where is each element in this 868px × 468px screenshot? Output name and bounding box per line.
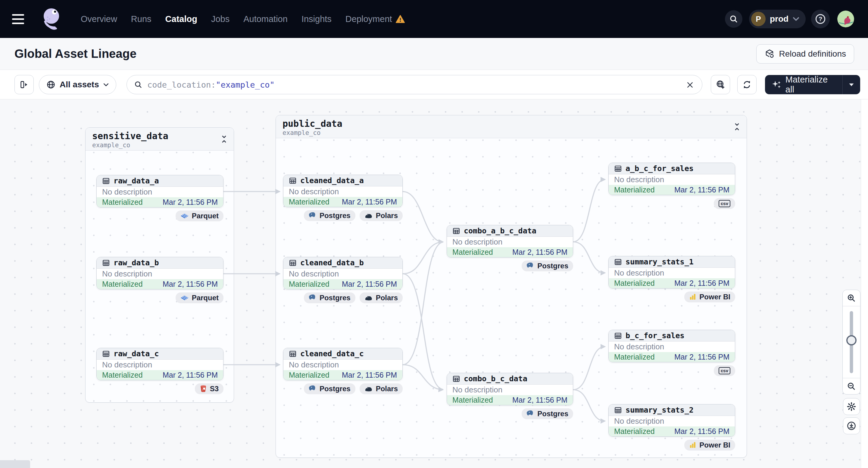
download-icon [847,421,856,431]
power-bi-icon [689,293,696,301]
materialization-timestamp: Mar 2, 11:56 PM [163,198,218,207]
status-badge: Materialized [453,248,493,257]
group-header[interactable]: sensitive_data example_co [86,128,234,151]
status-badge: Materialized [289,280,330,288]
table-icon [102,259,110,267]
refresh-button[interactable] [737,75,756,94]
user-avatar[interactable] [837,10,854,27]
nav-item-insights[interactable]: Insights [302,14,332,24]
graph-settings-button[interactable] [843,398,860,415]
collapse-group-icon[interactable] [219,134,229,144]
asset-node-a-b-c-for-sales[interactable]: a_b_c_for_sales No description Materiali… [609,163,735,195]
nav-item-catalog[interactable]: Catalog [165,14,197,24]
asset-status-row: Materialized Mar 2, 11:56 PM [97,370,223,380]
materialization-timestamp: Mar 2, 11:56 PM [674,427,730,436]
status-badge: Materialized [102,198,143,207]
tag-postgres[interactable]: Postgres [304,210,355,221]
tag-postgres[interactable]: Postgres [522,408,573,419]
asset-node-combo-a-b-c-data[interactable]: combo_a_b_c_data No description Material… [447,225,573,257]
help-button[interactable]: ? [811,10,830,28]
tag-s3[interactable]: S3 [195,383,223,394]
asset-status-row: Materialized Mar 2, 11:56 PM [283,279,402,289]
asset-search-input[interactable]: code_location:"example_co" [126,75,702,94]
tag-csv[interactable]: csv [714,365,735,376]
graph-query-button[interactable] [711,75,730,94]
asset-node-header: combo_b_c_data [447,373,573,384]
tag-polars[interactable]: Polars [360,383,403,394]
tag-power-bi[interactable]: Power BI [684,440,735,450]
group-header[interactable]: public_data example_co [276,115,747,138]
zoom-slider-thumb[interactable] [846,335,857,345]
polars-icon [365,385,373,392]
nav-item-overview[interactable]: Overview [81,14,117,24]
materialize-dropdown-button[interactable] [843,75,860,94]
warning-icon [396,15,405,23]
toggle-sidebar-button[interactable] [14,75,34,94]
nav-item-jobs[interactable]: Jobs [211,14,229,24]
asset-node-raw-data-c[interactable]: raw_data_c No description Materialized M… [96,348,223,380]
horizontal-scrollbar[interactable] [0,460,30,468]
tag-postgres[interactable]: Postgres [304,292,355,303]
asset-status-row: Materialized Mar 2, 11:56 PM [609,352,735,362]
collapse-group-icon[interactable] [732,122,742,132]
postgres-icon [526,262,534,270]
asset-status-row: Materialized Mar 2, 11:56 PM [609,427,735,436]
tag-csv[interactable]: csv [714,198,735,209]
postgres-icon [309,212,316,220]
materialization-timestamp: Mar 2, 11:56 PM [163,280,218,288]
tag-postgres[interactable]: Postgres [522,260,573,271]
deployment-switcher[interactable]: P prod [749,10,806,28]
nav-item-runs[interactable]: Runs [131,14,152,24]
asset-node-combo-b-c-data[interactable]: combo_b_c_data No description Materializ… [447,373,573,405]
nav-item-automation[interactable]: Automation [243,14,288,24]
vertical-scrollbar-gutter[interactable] [861,99,868,468]
svg-text:?: ? [818,15,823,22]
asset-node-header: cleaned_data_c [283,348,402,360]
dagster-logo-icon[interactable] [40,6,64,32]
sparkles-icon [772,80,781,89]
asset-node-cleaned-data-c[interactable]: cleaned_data_c No description Materializ… [283,348,403,380]
table-icon [614,165,622,173]
asset-scope-filter[interactable]: All assets [39,75,116,94]
zoom-out-button[interactable] [843,378,860,394]
table-icon [289,177,297,185]
refresh-icon [742,80,752,89]
zoom-slider[interactable] [843,306,860,378]
materialize-all-main[interactable]: Materialize all [765,75,842,94]
asset-node-summary-stats-2[interactable]: summary_stats_2 No description Materiali… [609,404,735,437]
avatar-bird-image [837,10,854,27]
csv-icon: csv [719,200,731,207]
asset-status-row: Materialized Mar 2, 11:56 PM [283,197,402,207]
tag-polars[interactable]: Polars [360,292,403,303]
asset-node-raw-data-a[interactable]: raw_data_a No description Materialized M… [96,175,223,208]
zoom-in-button[interactable] [843,290,860,306]
question-icon: ? [815,13,826,25]
nav-item-deployment[interactable]: Deployment [345,14,405,24]
clear-search-button[interactable] [685,80,695,90]
status-badge: Materialized [102,280,143,288]
asset-node-header: summary_stats_2 [609,404,735,416]
asset-node-cleaned-data-a[interactable]: cleaned_data_a No description Materializ… [283,175,403,207]
asset-node-raw-data-b[interactable]: raw_data_b No description Materialized M… [96,257,223,289]
s3-bucket-icon [200,385,207,393]
asset-status-row: Materialized Mar 2, 11:56 PM [609,185,735,195]
asset-node-b-c-for-sales[interactable]: b_c_for_sales No description Materialize… [609,330,735,362]
tag-postgres[interactable]: Postgres [304,383,355,394]
asset-status-row: Materialized Mar 2, 11:56 PM [609,278,735,288]
materialize-all-button[interactable]: Materialize all [765,75,860,94]
download-image-button[interactable] [843,417,860,434]
postgres-icon [309,294,316,302]
tag-parquet[interactable]: Parquet [176,211,223,221]
menu-icon[interactable] [12,9,32,29]
tag-polars[interactable]: Polars [360,210,403,221]
search-icon [134,81,143,89]
global-search-button[interactable] [725,10,742,28]
asset-description: No description [97,269,223,279]
asset-node-cleaned-data-b[interactable]: cleaned_data_b No description Materializ… [283,257,403,289]
tag-power-bi[interactable]: Power BI [684,291,735,302]
reload-definitions-button[interactable]: Reload definitions [756,44,854,64]
search-icon [729,14,738,24]
lineage-graph[interactable]: sensitive_data example_co public_data ex… [0,99,861,468]
tag-parquet[interactable]: Parquet [176,292,223,303]
asset-node-summary-stats-1[interactable]: summary_stats_1 No description Materiali… [609,256,735,288]
